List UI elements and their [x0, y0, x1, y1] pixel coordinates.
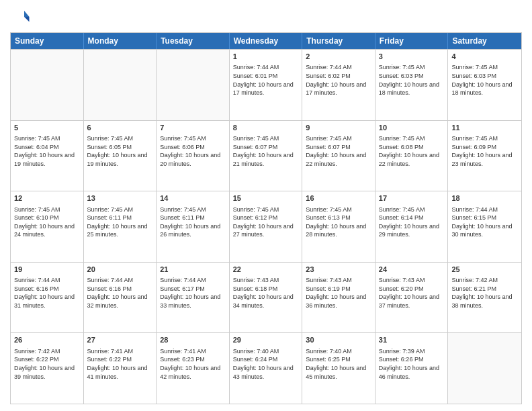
calendar: SundayMondayTuesdayWednesdayThursdayFrid…: [10, 32, 522, 404]
day-cell-11: 11Sunrise: 7:45 AMSunset: 6:09 PMDayligh…: [448, 121, 521, 191]
day-cell-31: 31Sunrise: 7:39 AMSunset: 6:26 PMDayligh…: [375, 333, 449, 404]
svg-marker-1: [24, 17, 30, 22]
day-info: Sunrise: 7:43 AMSunset: 6:19 PMDaylight:…: [306, 276, 371, 310]
day-number: 29: [233, 335, 299, 345]
day-info: Sunrise: 7:45 AMSunset: 6:11 PMDaylight:…: [160, 205, 226, 239]
day-info: Sunrise: 7:45 AMSunset: 6:09 PMDaylight:…: [451, 134, 518, 168]
day-cell-7: 7Sunrise: 7:45 AMSunset: 6:06 PMDaylight…: [157, 121, 230, 191]
day-info: Sunrise: 7:44 AMSunset: 6:16 PMDaylight:…: [87, 276, 153, 310]
day-cell-14: 14Sunrise: 7:45 AMSunset: 6:11 PMDayligh…: [157, 191, 230, 262]
day-number: 1: [233, 52, 299, 62]
day-number: 2: [306, 52, 371, 62]
day-info: Sunrise: 7:45 AMSunset: 6:03 PMDaylight:…: [451, 63, 518, 97]
header-day-monday: Monday: [84, 33, 157, 49]
day-info: Sunrise: 7:45 AMSunset: 6:07 PMDaylight:…: [306, 134, 371, 168]
header-day-wednesday: Wednesday: [230, 33, 303, 49]
day-number: 21: [160, 265, 226, 275]
day-cell-25: 25Sunrise: 7:42 AMSunset: 6:21 PMDayligh…: [448, 263, 521, 333]
calendar-row-0: 1Sunrise: 7:44 AMSunset: 6:01 PMDaylight…: [11, 49, 521, 120]
day-number: 23: [306, 265, 371, 275]
day-info: Sunrise: 7:45 AMSunset: 6:12 PMDaylight:…: [233, 205, 299, 239]
day-number: 22: [233, 265, 299, 275]
calendar-body: 1Sunrise: 7:44 AMSunset: 6:01 PMDaylight…: [11, 49, 521, 404]
header: [10, 7, 522, 27]
day-number: 14: [160, 193, 226, 203]
day-number: 18: [451, 193, 518, 203]
day-cell-18: 18Sunrise: 7:44 AMSunset: 6:15 PMDayligh…: [448, 191, 521, 262]
day-info: Sunrise: 7:45 AMSunset: 6:08 PMDaylight:…: [379, 134, 445, 168]
day-info: Sunrise: 7:43 AMSunset: 6:20 PMDaylight:…: [379, 276, 445, 310]
day-number: 5: [14, 123, 80, 133]
header-day-saturday: Saturday: [448, 33, 521, 49]
day-cell-23: 23Sunrise: 7:43 AMSunset: 6:19 PMDayligh…: [302, 263, 375, 333]
day-info: Sunrise: 7:45 AMSunset: 6:06 PMDaylight:…: [160, 134, 226, 168]
day-info: Sunrise: 7:44 AMSunset: 6:15 PMDaylight:…: [451, 205, 518, 239]
empty-cell: [84, 50, 157, 120]
day-cell-5: 5Sunrise: 7:45 AMSunset: 6:04 PMDaylight…: [11, 121, 84, 191]
day-number: 15: [233, 193, 299, 203]
day-number: 26: [14, 335, 80, 345]
day-cell-6: 6Sunrise: 7:45 AMSunset: 6:05 PMDaylight…: [84, 121, 157, 191]
logo-icon: [10, 7, 30, 27]
day-info: Sunrise: 7:40 AMSunset: 6:24 PMDaylight:…: [233, 347, 299, 381]
day-info: Sunrise: 7:41 AMSunset: 6:22 PMDaylight:…: [87, 347, 153, 381]
day-info: Sunrise: 7:45 AMSunset: 6:03 PMDaylight:…: [379, 63, 445, 97]
day-info: Sunrise: 7:42 AMSunset: 6:21 PMDaylight:…: [451, 276, 518, 310]
day-cell-19: 19Sunrise: 7:44 AMSunset: 6:16 PMDayligh…: [11, 263, 84, 333]
day-cell-1: 1Sunrise: 7:44 AMSunset: 6:01 PMDaylight…: [230, 50, 303, 120]
page: SundayMondayTuesdayWednesdayThursdayFrid…: [0, 0, 532, 411]
day-number: 3: [379, 52, 445, 62]
day-number: 25: [451, 265, 518, 275]
day-cell-12: 12Sunrise: 7:45 AMSunset: 6:10 PMDayligh…: [11, 191, 84, 262]
day-number: 17: [379, 193, 445, 203]
day-number: 16: [306, 193, 371, 203]
day-cell-9: 9Sunrise: 7:45 AMSunset: 6:07 PMDaylight…: [302, 121, 375, 191]
day-cell-8: 8Sunrise: 7:45 AMSunset: 6:07 PMDaylight…: [230, 121, 303, 191]
calendar-row-4: 26Sunrise: 7:42 AMSunset: 6:22 PMDayligh…: [11, 332, 521, 404]
day-info: Sunrise: 7:44 AMSunset: 6:17 PMDaylight:…: [160, 276, 226, 310]
day-cell-15: 15Sunrise: 7:45 AMSunset: 6:12 PMDayligh…: [230, 191, 303, 262]
day-number: 27: [87, 335, 153, 345]
day-number: 8: [233, 123, 299, 133]
empty-cell: [448, 333, 521, 404]
svg-marker-0: [24, 11, 30, 17]
day-info: Sunrise: 7:40 AMSunset: 6:25 PMDaylight:…: [306, 347, 371, 381]
day-cell-27: 27Sunrise: 7:41 AMSunset: 6:22 PMDayligh…: [84, 333, 157, 404]
day-cell-20: 20Sunrise: 7:44 AMSunset: 6:16 PMDayligh…: [84, 263, 157, 333]
day-info: Sunrise: 7:39 AMSunset: 6:26 PMDaylight:…: [379, 347, 445, 381]
day-cell-4: 4Sunrise: 7:45 AMSunset: 6:03 PMDaylight…: [448, 50, 521, 120]
day-cell-13: 13Sunrise: 7:45 AMSunset: 6:11 PMDayligh…: [84, 191, 157, 262]
day-number: 7: [160, 123, 226, 133]
day-number: 31: [379, 335, 445, 345]
day-cell-2: 2Sunrise: 7:44 AMSunset: 6:02 PMDaylight…: [302, 50, 375, 120]
header-day-friday: Friday: [375, 33, 449, 49]
header-day-tuesday: Tuesday: [157, 33, 230, 49]
calendar-row-3: 19Sunrise: 7:44 AMSunset: 6:16 PMDayligh…: [11, 262, 521, 333]
day-number: 13: [87, 193, 153, 203]
empty-cell: [11, 50, 84, 120]
day-number: 19: [14, 265, 80, 275]
day-number: 6: [87, 123, 153, 133]
day-info: Sunrise: 7:44 AMSunset: 6:02 PMDaylight:…: [306, 63, 371, 97]
day-info: Sunrise: 7:45 AMSunset: 6:05 PMDaylight:…: [87, 134, 153, 168]
day-cell-24: 24Sunrise: 7:43 AMSunset: 6:20 PMDayligh…: [375, 263, 449, 333]
day-info: Sunrise: 7:45 AMSunset: 6:14 PMDaylight:…: [379, 205, 445, 239]
day-info: Sunrise: 7:45 AMSunset: 6:11 PMDaylight:…: [87, 205, 153, 239]
logo: [10, 7, 33, 27]
day-info: Sunrise: 7:44 AMSunset: 6:16 PMDaylight:…: [14, 276, 80, 310]
day-cell-30: 30Sunrise: 7:40 AMSunset: 6:25 PMDayligh…: [302, 333, 375, 404]
day-number: 20: [87, 265, 153, 275]
day-number: 24: [379, 265, 445, 275]
day-number: 11: [451, 123, 518, 133]
day-info: Sunrise: 7:41 AMSunset: 6:23 PMDaylight:…: [160, 347, 226, 381]
day-cell-3: 3Sunrise: 7:45 AMSunset: 6:03 PMDaylight…: [375, 50, 449, 120]
day-number: 30: [306, 335, 371, 345]
day-info: Sunrise: 7:42 AMSunset: 6:22 PMDaylight:…: [14, 347, 80, 381]
day-cell-16: 16Sunrise: 7:45 AMSunset: 6:13 PMDayligh…: [302, 191, 375, 262]
day-number: 28: [160, 335, 226, 345]
day-cell-28: 28Sunrise: 7:41 AMSunset: 6:23 PMDayligh…: [157, 333, 230, 404]
day-cell-17: 17Sunrise: 7:45 AMSunset: 6:14 PMDayligh…: [375, 191, 449, 262]
day-cell-26: 26Sunrise: 7:42 AMSunset: 6:22 PMDayligh…: [11, 333, 84, 404]
day-info: Sunrise: 7:43 AMSunset: 6:18 PMDaylight:…: [233, 276, 299, 310]
day-info: Sunrise: 7:45 AMSunset: 6:13 PMDaylight:…: [306, 205, 371, 239]
